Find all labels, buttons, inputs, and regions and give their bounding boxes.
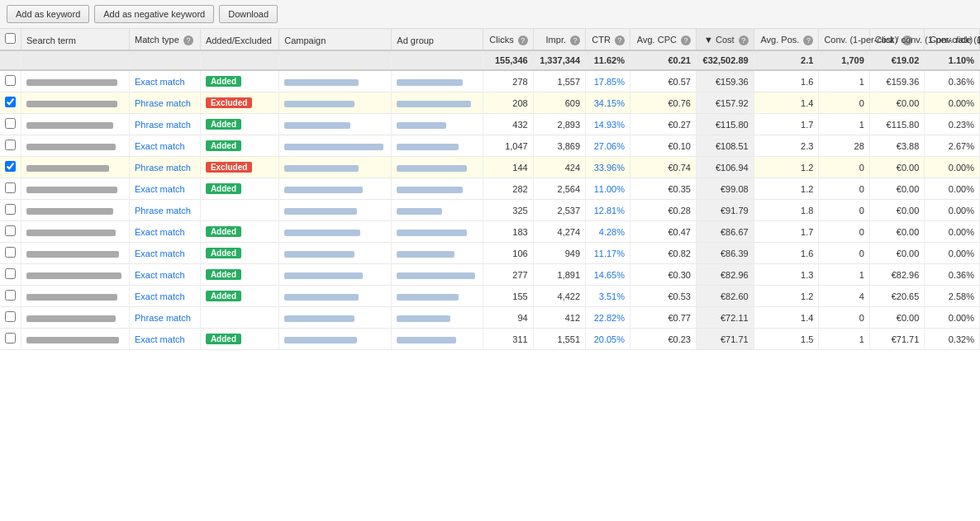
select-all-checkbox[interactable] bbox=[5, 33, 16, 44]
cost-conv-cell: €0.00 bbox=[869, 200, 925, 221]
cost-help-icon[interactable]: ? bbox=[739, 36, 749, 45]
row-checkbox[interactable] bbox=[5, 225, 16, 236]
impressions-cell: 1,557 bbox=[533, 70, 585, 92]
row-checkbox[interactable] bbox=[5, 97, 16, 107]
conv-cell: 0 bbox=[819, 157, 869, 178]
search-term-cell bbox=[21, 157, 130, 178]
avg-cpc-cell: €0.74 bbox=[630, 157, 696, 178]
search-term-cell bbox=[21, 243, 130, 264]
add-keyword-button[interactable]: Add as keyword bbox=[7, 5, 89, 23]
conv-rate-cell: 2.67% bbox=[925, 135, 980, 157]
totals-ctr: 11.62% bbox=[586, 50, 630, 70]
row-checkbox-cell[interactable] bbox=[0, 135, 21, 157]
conv-cell: 0 bbox=[819, 221, 869, 243]
match-type-cell: Exact match bbox=[130, 135, 201, 157]
ad-group-cell bbox=[392, 178, 483, 200]
status-cell: Added bbox=[200, 178, 278, 200]
conv-header: Conv. (1-per-click) ? bbox=[819, 29, 869, 50]
row-checkbox[interactable] bbox=[5, 140, 16, 150]
cost-conv-cell: €0.00 bbox=[869, 221, 925, 243]
row-checkbox-cell[interactable] bbox=[0, 178, 21, 200]
ad-group-cell bbox=[392, 307, 483, 329]
select-all-header[interactable] bbox=[0, 29, 21, 50]
ctr-cell: 11.17% bbox=[586, 243, 630, 264]
ctr-help-icon[interactable]: ? bbox=[615, 36, 625, 45]
search-term-cell bbox=[21, 200, 130, 221]
row-checkbox-cell[interactable] bbox=[0, 114, 21, 135]
row-checkbox[interactable] bbox=[5, 268, 16, 279]
conv-cell: 1 bbox=[819, 264, 869, 286]
row-checkbox[interactable] bbox=[5, 182, 16, 193]
ad-group-cell bbox=[392, 92, 483, 114]
table-row: Exact matchAdded2781,55717.85%€0.57€159.… bbox=[0, 70, 980, 92]
table-row: Exact matchAdded1,0473,86927.06%€0.10€10… bbox=[0, 135, 980, 157]
status-cell: Added bbox=[200, 70, 278, 92]
cost-conv-cell: €0.00 bbox=[869, 307, 925, 329]
campaign-cell bbox=[279, 221, 392, 243]
match-type-help-icon[interactable]: ? bbox=[183, 36, 193, 45]
avg-cpc-cell: €0.82 bbox=[630, 243, 696, 264]
status-cell: Added bbox=[200, 243, 278, 264]
impressions-cell: 3,869 bbox=[533, 135, 585, 157]
row-checkbox-cell[interactable] bbox=[0, 286, 21, 307]
row-checkbox-cell[interactable] bbox=[0, 92, 21, 114]
cost-header[interactable]: ▼ Cost ? bbox=[696, 29, 754, 50]
ctr-cell: 12.81% bbox=[586, 200, 630, 221]
avg-cpc-help-icon[interactable]: ? bbox=[681, 36, 691, 45]
ad-group-cell bbox=[392, 114, 483, 135]
row-checkbox-cell[interactable] bbox=[0, 329, 21, 350]
clicks-help-icon[interactable]: ? bbox=[518, 36, 528, 45]
sort-down-icon: ▼ bbox=[704, 35, 713, 45]
row-checkbox-cell[interactable] bbox=[0, 200, 21, 221]
row-checkbox[interactable] bbox=[5, 161, 16, 172]
download-button[interactable]: Download bbox=[219, 5, 278, 23]
row-checkbox-cell[interactable] bbox=[0, 70, 21, 92]
status-badge: Added bbox=[206, 183, 241, 194]
cost-cell: €99.08 bbox=[696, 178, 754, 200]
cost-conv-cell: €0.00 bbox=[869, 178, 925, 200]
table-row: Exact matchAdded10694911.17%€0.82€86.391… bbox=[0, 243, 980, 264]
row-checkbox[interactable] bbox=[5, 333, 16, 343]
row-checkbox[interactable] bbox=[5, 290, 16, 301]
row-checkbox-cell[interactable] bbox=[0, 221, 21, 243]
row-checkbox[interactable] bbox=[5, 247, 16, 258]
row-checkbox[interactable] bbox=[5, 75, 16, 86]
cost-cell: €82.96 bbox=[696, 264, 754, 286]
table-container: Search term Match type ? Added/Excluded … bbox=[0, 29, 980, 350]
ad-group-cell bbox=[392, 329, 483, 350]
match-type-cell: Exact match bbox=[130, 70, 201, 92]
conv-rate-cell: 0.00% bbox=[925, 243, 980, 264]
row-checkbox[interactable] bbox=[5, 311, 16, 322]
table-row: Exact matchAdded1834,2744.28%€0.47€86.67… bbox=[0, 221, 980, 243]
avg-pos-help-icon[interactable]: ? bbox=[803, 36, 813, 45]
impressions-cell: 4,274 bbox=[533, 221, 585, 243]
row-checkbox-cell[interactable] bbox=[0, 243, 21, 264]
row-checkbox-cell[interactable] bbox=[0, 157, 21, 178]
add-negative-keyword-button[interactable]: Add as negative keyword bbox=[94, 5, 214, 23]
clicks-cell: 106 bbox=[483, 243, 533, 264]
row-checkbox[interactable] bbox=[5, 204, 16, 215]
search-term-cell bbox=[21, 286, 130, 307]
cost-conv-cell: €20.65 bbox=[869, 286, 925, 307]
campaign-cell bbox=[279, 200, 392, 221]
cost-cell: €86.39 bbox=[696, 243, 754, 264]
status-cell: Added bbox=[200, 264, 278, 286]
status-badge: Added bbox=[206, 140, 241, 151]
row-checkbox[interactable] bbox=[5, 118, 16, 129]
conv-rate-cell: 0.00% bbox=[925, 307, 980, 329]
ad-group-cell bbox=[392, 200, 483, 221]
cost-conv-cell: €0.00 bbox=[869, 157, 925, 178]
row-checkbox-cell[interactable] bbox=[0, 264, 21, 286]
match-type-cell: Exact match bbox=[130, 329, 201, 350]
conv-cell: 1 bbox=[819, 70, 869, 92]
ctr-cell: 22.82% bbox=[586, 307, 630, 329]
avg-cpc-cell: €0.30 bbox=[630, 264, 696, 286]
status-cell: Added bbox=[200, 114, 278, 135]
clicks-cell: 282 bbox=[483, 178, 533, 200]
conv-cell: 0 bbox=[819, 200, 869, 221]
row-checkbox-cell[interactable] bbox=[0, 307, 21, 329]
impressions-help-icon[interactable]: ? bbox=[570, 36, 580, 45]
cost-cell: €71.71 bbox=[696, 329, 754, 350]
cost-conv-header: Cost / conv. (1-per-click) ? bbox=[869, 29, 925, 50]
match-type-cell: Phrase match bbox=[130, 92, 201, 114]
